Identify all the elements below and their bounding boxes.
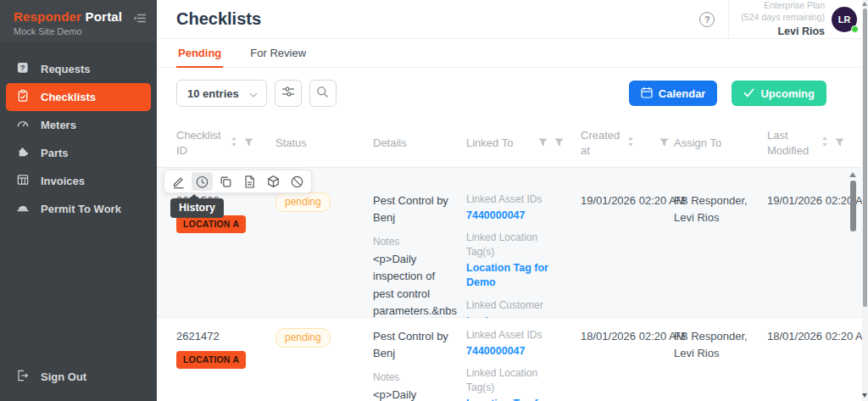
column-label: Checklist ID: [176, 128, 224, 158]
clipboard-check-icon: [16, 89, 30, 105]
online-status-dot: [851, 25, 859, 33]
table-scrollbar[interactable]: [849, 172, 856, 231]
sidebar-item-meters[interactable]: Meters: [0, 111, 157, 139]
sidebar-item-parts[interactable]: Parts: [0, 139, 157, 167]
sidebar-item-checklists[interactable]: Checklists: [6, 83, 151, 111]
column-header-assign-to[interactable]: Assign To: [674, 136, 767, 151]
svg-text:?: ?: [20, 63, 25, 72]
upcoming-button-label: Upcoming: [760, 87, 815, 100]
filter-funnel-icon[interactable]: [538, 136, 548, 149]
column-header-checklist-id[interactable]: Checklist ID: [176, 128, 275, 158]
column-header-linked-to[interactable]: Linked To: [466, 136, 581, 151]
controls-right: Calendar Upcoming: [629, 81, 826, 106]
filter-funnel-icon[interactable]: [835, 136, 844, 149]
location-tag[interactable]: LOCATION A: [176, 351, 246, 370]
filter-funnel-icon[interactable]: [554, 136, 564, 149]
tab-pending[interactable]: Pending: [176, 39, 223, 67]
brand-area: Responder Portal Mock Site Demo: [0, 0, 157, 42]
page-scrollbar[interactable]: [862, 0, 868, 401]
scroll-up-arrow-icon[interactable]: [849, 172, 856, 177]
column-header-last-modified[interactable]: Last Modified: [767, 128, 862, 158]
topbar-divider: [728, 0, 729, 39]
column-header-details[interactable]: Details: [373, 136, 466, 151]
brand-title: Responder Portal: [14, 9, 145, 24]
cell-last-modified: 18/01/2026 02:20 AM: [767, 328, 862, 401]
pdf-file-icon[interactable]: [239, 172, 260, 191]
cube-icon[interactable]: [263, 172, 284, 191]
column-label: Last Modified: [767, 128, 815, 158]
table-row[interactable]: History 2621508 LOCATION A pending Pest …: [157, 168, 862, 318]
sliders-icon: [281, 85, 295, 102]
sidebar-item-label: Invoices: [41, 175, 85, 187]
column-settings-button[interactable]: [275, 80, 302, 107]
linked-asset-label: Linked Asset IDs: [466, 192, 554, 207]
cell-last-modified: 19/01/2026 02:20 AM: [767, 192, 862, 337]
scroll-down-arrow-icon[interactable]: [862, 393, 867, 398]
cell-status: pending: [275, 192, 373, 337]
linked-tag-link[interactable]: Location Tag for Demo: [466, 397, 554, 401]
topbar-right: ? Enterprise Plan (524 days remaining) L…: [699, 0, 857, 39]
sign-out-button[interactable]: Sign Out: [0, 363, 157, 391]
check-icon: [743, 87, 754, 100]
app-window: Responder Portal Mock Site Demo ? Reques…: [0, 0, 868, 401]
entries-select-value: 10 entries: [187, 87, 239, 100]
entries-per-page-select[interactable]: 10 entries: [176, 80, 267, 107]
sidebar-item-permit-to-work[interactable]: Permit To Work: [0, 195, 157, 223]
sidebar-item-label: Permit To Work: [41, 203, 121, 215]
notes-label: Notes: [373, 234, 458, 249]
cell-created-at: 19/01/2026 02:20 AM: [581, 192, 674, 337]
cell-linked-to: Linked Asset IDs 7440000047 Linked Locat…: [466, 328, 581, 401]
column-label: Status: [275, 136, 307, 151]
table-scrollbar-thumb[interactable]: [850, 181, 856, 231]
sidebar-item-label: Requests: [41, 63, 91, 75]
calendar-button-label: Calendar: [659, 87, 706, 100]
sidebar-item-invoices[interactable]: Invoices: [0, 167, 157, 195]
table-row[interactable]: 2621472 LOCATION A pending Pest Control …: [157, 318, 862, 401]
cell-assign-to: FB Responder, Levi Rios: [674, 192, 767, 337]
upcoming-button[interactable]: Upcoming: [732, 81, 826, 106]
cell-created-at: 18/01/2026 02:20 AM: [581, 328, 674, 401]
edit-icon[interactable]: [168, 172, 189, 191]
sidebar-collapse-icon[interactable]: [133, 12, 147, 27]
history-clock-icon[interactable]: [192, 172, 213, 191]
sidebar-item-requests[interactable]: ? Requests: [0, 55, 157, 83]
sidebar-item-label: Checklists: [41, 91, 96, 103]
avatar[interactable]: LR: [832, 7, 857, 32]
help-icon[interactable]: ?: [699, 12, 715, 27]
logout-door-icon: [16, 369, 30, 385]
linked-tag-link[interactable]: Location Tag for Demo: [466, 261, 554, 291]
filter-funnel-icon[interactable]: [244, 136, 253, 149]
notes-label: Notes: [373, 370, 458, 385]
top-bar: Checklists ? Enterprise Plan (524 days r…: [157, 0, 862, 39]
column-label: Linked To: [466, 136, 513, 151]
copy-icon[interactable]: [215, 172, 236, 191]
sort-icon[interactable]: [231, 136, 237, 149]
calendar-button[interactable]: Calendar: [629, 81, 718, 106]
linked-asset-link[interactable]: 7440000047: [466, 209, 554, 224]
avatar-initials: LR: [838, 14, 851, 25]
invoice-table-icon: [16, 173, 30, 189]
cell-checklist-id: 2621472 LOCATION A: [176, 328, 275, 401]
ban-icon[interactable]: [287, 172, 308, 191]
cell-details: Pest Control by Benj Notes <p>Daily insp…: [373, 328, 466, 401]
page-title: Checklists: [176, 9, 261, 29]
status-badge: pending: [275, 192, 331, 212]
sort-icon[interactable]: [627, 136, 634, 149]
filter-funnel-icon[interactable]: [659, 136, 669, 149]
tab-bar: Pending For Review: [157, 39, 862, 68]
row-action-toolbar: [164, 170, 312, 193]
cell-status: pending: [275, 328, 373, 401]
linked-asset-link[interactable]: 7440000047: [466, 344, 554, 359]
column-header-status[interactable]: Status: [275, 136, 373, 151]
status-badge: pending: [275, 328, 331, 348]
user-name: Levi Rios: [741, 25, 825, 38]
search-button[interactable]: [309, 80, 337, 107]
scroll-up-arrow-icon[interactable]: [862, 2, 867, 6]
column-header-created-at[interactable]: Created at: [581, 128, 674, 158]
column-label: Created at: [581, 128, 620, 158]
table-controls: 10 entries Calendar Upcoming: [157, 68, 862, 119]
column-label: Details: [373, 136, 407, 151]
page-scrollbar-thumb[interactable]: [863, 8, 867, 307]
tab-for-review[interactable]: For Review: [248, 39, 308, 67]
sort-icon[interactable]: [821, 136, 828, 149]
